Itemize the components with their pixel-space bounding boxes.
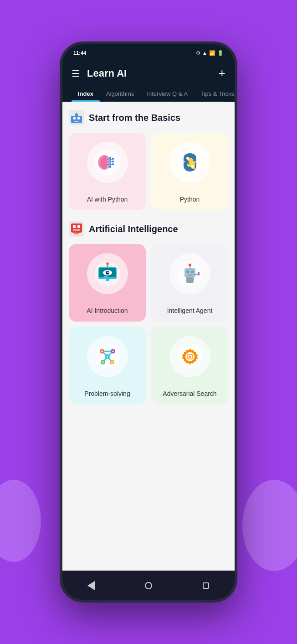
nav-home-button[interactable]: [139, 576, 158, 595]
battery-icon: 🔋: [217, 50, 224, 56]
ai-cards-grid: AI Introduction: [69, 244, 228, 405]
wifi-icon: ▲: [202, 50, 207, 56]
card-ai-python-label: AI with Python: [87, 196, 128, 203]
bottom-nav-bar: [62, 571, 235, 600]
tab-tips[interactable]: Tips & Tricks: [194, 87, 237, 101]
svg-point-64: [111, 361, 113, 363]
card-intelligent-agent[interactable]: Intelligent Agent: [151, 244, 228, 322]
svg-point-34: [106, 262, 109, 265]
svg-point-14: [112, 158, 114, 160]
svg-rect-36: [106, 279, 109, 281]
section-basics-heading: Start from the Basics: [69, 110, 228, 125]
svg-rect-0: [71, 116, 82, 123]
card-python-icon: [169, 142, 210, 183]
card-python-label: Python: [180, 196, 200, 203]
card-adversarial-search[interactable]: Adversarial Search: [151, 327, 228, 405]
card-intelligent-agent-icon: [169, 253, 210, 294]
tab-algorithms[interactable]: Algorithms: [100, 87, 140, 101]
intelligent-agent-svg: [175, 259, 205, 288]
header-left: ☰ Learn AI: [72, 68, 127, 79]
recent-apps-icon: [203, 582, 209, 589]
ai-section-svg: [70, 223, 83, 235]
svg-rect-24: [77, 225, 80, 228]
svg-point-12: [109, 157, 111, 159]
svg-point-13: [109, 166, 111, 168]
card-problem-solving[interactable]: Problem-solving: [69, 327, 146, 405]
svg-point-41: [191, 270, 194, 273]
svg-rect-39: [184, 268, 195, 277]
svg-point-44: [189, 264, 191, 266]
bg-decoration-right: [242, 480, 297, 571]
svg-point-16: [112, 163, 114, 165]
svg-point-60: [101, 350, 103, 352]
section-ai-heading: Artificial Intelligence: [69, 221, 228, 237]
status-icons: ⚙ ▲ 📶 🔋: [196, 50, 224, 56]
svg-point-61: [112, 350, 114, 352]
svg-point-62: [107, 356, 108, 358]
card-ai-intro-icon: [87, 253, 128, 294]
section-ai-title: Artificial Intelligence: [89, 224, 178, 234]
python-svg: [175, 148, 205, 177]
card-adversarial-search-icon: [169, 336, 210, 377]
phone-shell: 11:44 ⚙ ▲ 📶 🔋 ☰ Learn AI + Index Algorit…: [60, 42, 237, 602]
svg-rect-9: [107, 161, 113, 162]
card-python[interactable]: Python: [151, 133, 228, 210]
card-problem-solving-icon: [87, 336, 128, 377]
svg-rect-1: [73, 117, 76, 119]
back-icon: [87, 581, 95, 590]
nav-back-button[interactable]: [82, 576, 100, 595]
svg-point-32: [107, 272, 108, 273]
adversarial-search-svg: [175, 342, 205, 371]
status-bar: 11:44 ⚙ ▲ 📶 🔋: [62, 44, 235, 62]
svg-point-63: [102, 361, 104, 363]
svg-rect-10: [107, 164, 113, 165]
tab-interview[interactable]: Interview Q & A: [140, 87, 194, 101]
svg-rect-5: [74, 121, 79, 122]
card-ai-intro-label: AI Introduction: [87, 307, 128, 314]
card-ai-python[interactable]: AI with Python: [69, 133, 146, 210]
svg-rect-2: [77, 117, 80, 119]
card-ai-python-icon: [87, 142, 128, 183]
app-title: Learn AI: [87, 68, 127, 79]
svg-rect-8: [107, 159, 113, 160]
svg-point-19: [186, 157, 189, 160]
svg-rect-38: [186, 276, 194, 283]
svg-rect-23: [73, 225, 76, 228]
settings-status-icon: ⚙: [196, 50, 200, 56]
content-area: Start from the Basics: [62, 102, 235, 571]
section-basics-title: Start from the Basics: [89, 113, 180, 123]
add-button[interactable]: +: [219, 66, 225, 80]
section-ai-icon: [69, 221, 84, 237]
status-time: 11:44: [73, 50, 86, 56]
basics-cards-grid: AI with Python: [69, 133, 228, 210]
card-intelligent-agent-label: Intelligent Agent: [167, 307, 213, 314]
bg-decoration-left: [0, 480, 41, 562]
basics-section-svg: [70, 111, 83, 124]
tab-bar: Index Algorithms Interview Q & A Tips & …: [72, 87, 225, 102]
app-header: ☰ Learn AI + Index Algorithms Interview …: [62, 62, 235, 102]
card-problem-solving-label: Problem-solving: [84, 390, 130, 397]
menu-icon[interactable]: ☰: [72, 68, 80, 79]
tab-index[interactable]: Index: [72, 87, 100, 101]
ai-python-svg: [93, 148, 122, 177]
svg-rect-48: [198, 273, 199, 275]
svg-rect-26: [74, 233, 79, 234]
svg-rect-69: [189, 356, 191, 358]
svg-point-20: [191, 165, 194, 168]
svg-point-40: [186, 270, 189, 273]
svg-rect-25: [73, 229, 80, 231]
svg-point-4: [76, 113, 77, 114]
svg-rect-11: [110, 158, 111, 167]
card-adversarial-search-label: Adversarial Search: [163, 390, 216, 397]
nav-recent-button[interactable]: [197, 576, 215, 595]
svg-point-15: [112, 161, 114, 162]
svg-rect-35: [104, 276, 108, 277]
card-ai-intro[interactable]: AI Introduction: [69, 244, 146, 322]
ai-intro-svg: [93, 259, 122, 288]
svg-rect-42: [187, 275, 193, 275]
section-basics-icon: [69, 110, 84, 125]
problem-solving-svg: [93, 342, 122, 371]
header-row: ☰ Learn AI +: [72, 66, 225, 87]
svg-rect-22: [71, 223, 82, 233]
signal-icon: 📶: [209, 50, 215, 56]
